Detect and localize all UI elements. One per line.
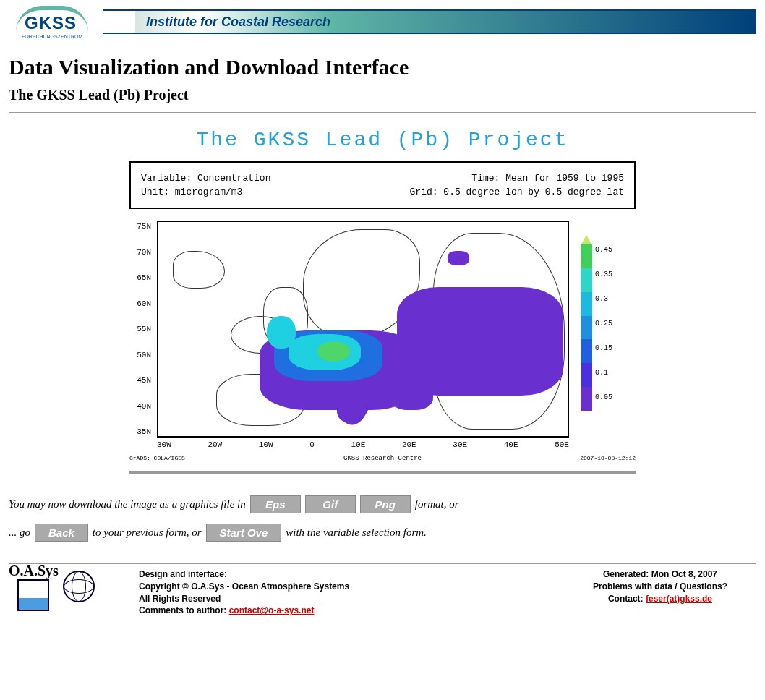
xtick: 10E [351,440,365,449]
back-button[interactable]: Back [35,524,88,542]
rights: All Rights Reserved [139,593,349,605]
problems-label: Problems with data / Questions? [593,581,727,593]
logo-text: GKSS [25,13,77,33]
plot-container: The GKSS Lead (Pb) Project Variable: Con… [129,119,636,462]
contact-email-link[interactable]: feser(at)gkss.de [646,594,712,604]
xtick: 0 [309,440,315,449]
cb-tick: 0.25 [595,320,612,328]
gif-button[interactable]: Gif [305,495,356,513]
go-text: ... go [9,526,30,539]
grads-credit: GrADS: COLA/IGES [129,455,185,462]
ytick: 60N [129,299,151,308]
variable-label: Variable: Concentration [141,173,270,184]
footer-divider [9,563,756,564]
divider [9,112,756,113]
ytick: 50N [129,351,151,359]
ytick: 35N [129,427,151,436]
plot-footer: GrADS: COLA/IGES GKSS Research Centre 20… [129,455,636,462]
format-or: format, or [415,498,459,511]
gkss-logo: GKSS FORSCHUNGSZENTRUM [9,7,95,36]
colorbar-labels: 0.45 0.35 0.3 0.25 0.15 0.1 0.05 [595,246,612,401]
ytick: 65N [129,273,151,282]
cb-tick: 0.1 [595,369,612,377]
ytick: 40N [129,402,151,411]
xtick: 30W [157,440,171,449]
institute-name: Institute for Coastal Research [146,14,330,30]
nav-row: ... go Back to your previous form, or St… [9,524,756,542]
unit-label: Unit: microgram/m3 [141,187,242,197]
thick-divider [129,471,636,474]
ytick: 75N [129,222,151,231]
comments-label: Comments to author: [139,605,226,615]
globe-icon [63,571,95,602]
xtick: 40E [504,440,518,449]
map-plot [157,221,569,438]
cb-tick: 0.3 [595,295,612,303]
download-row: You may now download the image as a grap… [9,495,756,513]
ytick: 55N [129,325,151,333]
xtick: 30E [453,440,467,449]
grid-label: Grid: 0.5 degree lon by 0.5 degree lat [410,187,624,197]
oas-text: O.A.Sys [9,563,59,579]
oas-box-icon [17,579,49,611]
start-over-button[interactable]: Start Ove [206,524,282,542]
design-label: Design and interface: [139,568,349,581]
footer-left-col: Design and interface: Copyright © O.A.Sy… [139,568,349,617]
time-label: Time: Mean for 1959 to 1995 [471,173,624,184]
to-prev-text: to your previous form, or [93,526,202,539]
ytick: 70N [129,248,151,257]
xtick: 20W [208,440,222,449]
download-lead: You may now download the image as a grap… [9,498,246,511]
colorbar-overflow-icon [581,235,592,245]
author-email-link[interactable]: contact@o-a-sys.net [229,605,315,615]
cb-tick: 0.35 [595,270,612,278]
oas-logo: O.A.Sys [9,568,124,605]
footer-right-col: Generated: Mon Oct 8, 2007 Problems with… [593,568,756,617]
plot-info-box: Variable: Concentration Time: Mean for 1… [129,161,636,209]
cb-tick: 0.15 [595,344,612,352]
plot-title: The GKSS Lead (Pb) Project [129,119,636,161]
with-var-text: with the variable selection form. [286,526,427,539]
generated-date: Generated: Mon Oct 8, 2007 [593,568,727,581]
centre-credit: GKSS Research Centre [343,455,422,462]
colorbar: 0.45 0.35 0.3 0.25 0.15 0.1 0.05 [581,235,612,401]
cb-tick: 0.45 [595,246,612,254]
institute-bar: Institute for Coastal Research [103,9,756,34]
map-area: 75N 70N 65N 60N 55N 50N 45N 40N 35N [129,221,636,449]
xtick: 20E [402,440,416,449]
x-axis-labels: 30W 20W 10W 0 10E 20E 30E 40E 50E [157,438,569,449]
copyright: Copyright © O.A.Sys - Ocean Atmosphere S… [139,581,349,593]
footer: O.A.Sys Design and interface: Copyright … [9,568,756,617]
cb-tick: 0.05 [595,393,612,401]
page-subtitle: The GKSS Lead (Pb) Project [9,87,756,103]
ytick: 45N [129,376,151,385]
xtick: 50E [555,440,569,449]
xtick: 10W [259,440,273,449]
page-title: Data Visualization and Download Interfac… [9,55,756,80]
y-axis-labels: 75N 70N 65N 60N 55N 50N 45N 40N 35N [129,221,151,438]
plot-timestamp: 2007-10-08-12:12 [580,455,636,462]
png-button[interactable]: Png [360,495,411,513]
contact-label: Contact: [608,594,644,604]
eps-button[interactable]: Eps [250,495,301,513]
header-bar: GKSS FORSCHUNGSZENTRUM Institute for Coa… [9,7,756,36]
logo-subtext: FORSCHUNGSZENTRUM [22,34,82,39]
